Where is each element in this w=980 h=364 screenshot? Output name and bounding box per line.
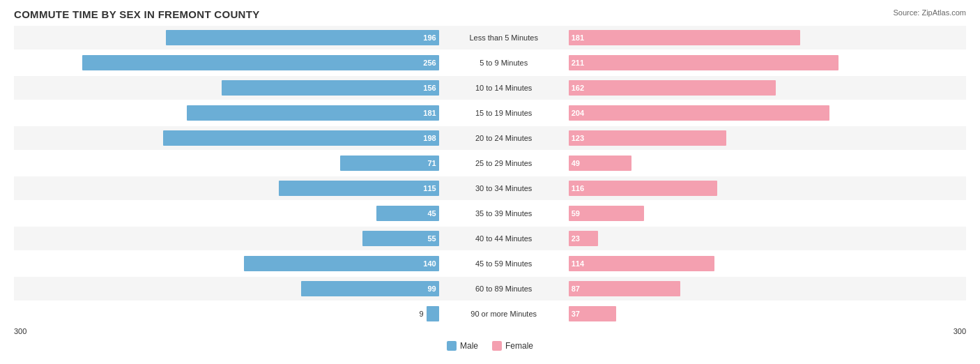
male-bar: 115 [279, 181, 439, 196]
left-section: 55 [14, 227, 439, 250]
chart-title: COMMUTE TIME BY SEX IN FREMONT COUNTY [14, 8, 966, 20]
male-bar: 71 [340, 156, 439, 171]
table-row: 45 35 to 39 Minutes 59 [14, 202, 966, 225]
left-section: 181 [14, 101, 439, 125]
row-label: 60 to 89 Minutes [439, 285, 569, 293]
row-label: 45 to 59 Minutes [439, 259, 569, 268]
legend-male-box [447, 341, 457, 351]
female-bar: 211 [569, 55, 839, 70]
male-value-inner: 181 [423, 109, 436, 117]
female-value-inner: 204 [572, 109, 584, 117]
male-bar: 45 [376, 206, 439, 221]
female-value-inner: 116 [572, 184, 584, 192]
legend-female: Female [492, 341, 533, 351]
right-section: 162 [569, 76, 966, 100]
row-label: Less than 5 Minutes [439, 33, 569, 42]
male-value-inner: 140 [423, 259, 436, 268]
left-section: 99 [14, 277, 439, 301]
female-bar: 49 [569, 156, 631, 171]
female-bar: 87 [569, 281, 680, 296]
left-section: 45 [14, 202, 439, 225]
row-label: 5 to 9 Minutes [439, 59, 569, 67]
row-label: 30 to 34 Minutes [439, 184, 569, 192]
male-value: 9 [420, 310, 424, 318]
right-section: 211 [569, 51, 966, 75]
right-section: 59 [569, 202, 966, 225]
female-value-inner: 23 [572, 234, 580, 243]
right-section: 181 [569, 26, 966, 50]
source-label: Source: ZipAtlas.com [893, 8, 966, 17]
male-bar: 256 [82, 55, 439, 70]
right-section: 37 [569, 302, 966, 326]
chart-area: 196 Less than 5 Minutes 181 256 5 to 9 M… [14, 26, 966, 326]
male-value-inner: 71 [427, 159, 436, 167]
row-label: 40 to 44 Minutes [439, 234, 569, 243]
female-value-inner: 162 [572, 84, 584, 92]
right-section: 23 [569, 227, 966, 250]
female-value-inner: 211 [572, 59, 584, 67]
table-row: 115 30 to 34 Minutes 116 [14, 176, 966, 200]
female-value-inner: 114 [572, 259, 584, 268]
legend-female-box [492, 341, 502, 351]
female-value-inner: 123 [572, 134, 584, 142]
axis-right: 300 [954, 327, 966, 335]
male-value-inner: 55 [427, 234, 436, 243]
legend-female-label: Female [505, 341, 533, 351]
male-value-inner: 99 [427, 285, 436, 293]
table-row: 181 15 to 19 Minutes 204 [14, 101, 966, 125]
table-row: 256 5 to 9 Minutes 211 [14, 51, 966, 75]
female-bar: 162 [569, 80, 776, 96]
female-value-inner: 49 [572, 159, 580, 167]
female-bar: 114 [569, 256, 714, 271]
table-row: 196 Less than 5 Minutes 181 [14, 26, 966, 50]
legend-male: Male [447, 341, 478, 351]
table-row: 156 10 to 14 Minutes 162 [14, 76, 966, 100]
row-label: 10 to 14 Minutes [439, 84, 569, 92]
right-section: 114 [569, 252, 966, 275]
female-value-inner: 87 [572, 285, 580, 293]
female-bar: 37 [569, 306, 616, 321]
table-row: 55 40 to 44 Minutes 23 [14, 227, 966, 250]
axis-labels: 300 300 [14, 327, 966, 337]
female-value-inner: 59 [572, 209, 580, 218]
male-value-inner: 256 [423, 59, 436, 67]
row-label: 90 or more Minutes [439, 310, 569, 318]
left-section: 256 [14, 51, 439, 75]
left-section: 9 [14, 302, 439, 326]
table-row: 9 90 or more Minutes 37 [14, 302, 966, 326]
male-bar [427, 306, 439, 321]
male-bar: 181 [187, 105, 439, 121]
table-row: 198 20 to 24 Minutes 123 [14, 126, 966, 150]
right-section: 116 [569, 176, 966, 200]
male-value-inner: 196 [423, 33, 436, 42]
left-section: 156 [14, 76, 439, 100]
row-label: 35 to 39 Minutes [439, 209, 569, 218]
table-row: 140 45 to 59 Minutes 114 [14, 252, 966, 275]
male-value-inner: 198 [423, 134, 436, 142]
male-bar: 198 [163, 130, 439, 146]
left-section: 115 [14, 176, 439, 200]
table-row: 99 60 to 89 Minutes 87 [14, 277, 966, 301]
male-bar: 99 [301, 281, 439, 296]
female-value-inner: 181 [572, 33, 584, 42]
right-section: 49 [569, 151, 966, 175]
axis-left: 300 [14, 327, 26, 335]
female-value-inner: 37 [572, 310, 580, 318]
row-label: 15 to 19 Minutes [439, 109, 569, 117]
male-value-inner: 115 [423, 184, 436, 192]
left-section: 198 [14, 126, 439, 150]
legend: Male Female [14, 341, 966, 351]
right-section: 123 [569, 126, 966, 150]
left-section: 140 [14, 252, 439, 275]
female-bar: 123 [569, 130, 726, 146]
left-section: 71 [14, 151, 439, 175]
male-bar: 156 [222, 80, 439, 96]
legend-male-label: Male [460, 341, 478, 351]
row-label: 25 to 29 Minutes [439, 159, 569, 167]
female-bar: 204 [569, 105, 829, 121]
left-section: 196 [14, 26, 439, 50]
female-bar: 23 [569, 231, 598, 246]
female-bar: 116 [569, 181, 717, 196]
male-bar: 140 [244, 256, 439, 271]
right-section: 204 [569, 101, 966, 125]
